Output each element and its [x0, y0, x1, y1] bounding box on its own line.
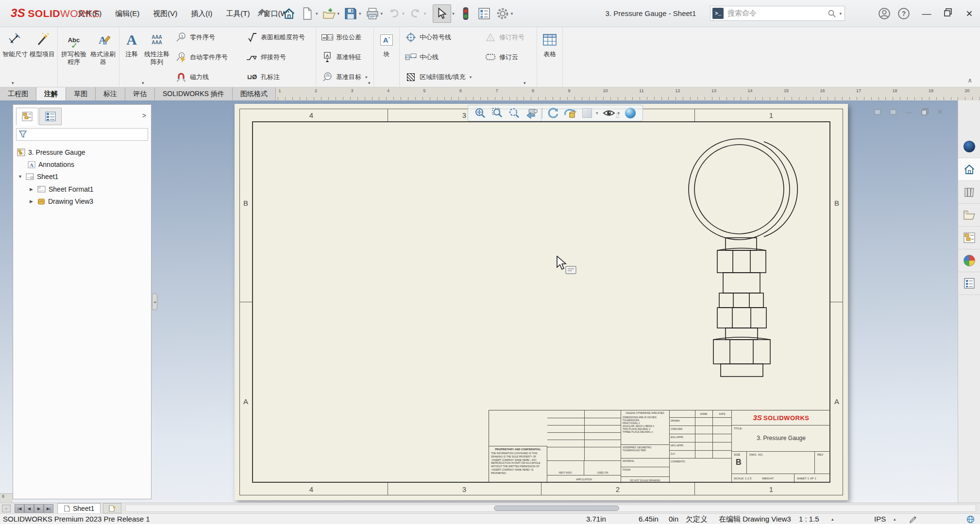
taskpane-appearances[interactable] — [958, 249, 980, 272]
options-gear-button[interactable] — [495, 6, 510, 21]
previous-sheet-button[interactable]: ◀ — [24, 504, 34, 513]
zoom-fit-icon[interactable] — [474, 107, 487, 119]
tab-dimension[interactable]: 标注 — [96, 87, 125, 100]
close-button[interactable]: × — [959, 7, 980, 20]
taskpane-design-library[interactable] — [958, 181, 980, 204]
surface-finish-button[interactable]: 表面粗糙度符号 — [242, 27, 314, 47]
model-items-button[interactable]: 模型项目 — [29, 27, 56, 87]
scale-dropdown[interactable]: ▴ — [831, 517, 834, 522]
balloon-button[interactable]: 1 零件序号 — [171, 27, 242, 47]
add-sheet-tab[interactable] — [103, 503, 121, 513]
taskpane-view-palette[interactable] — [958, 227, 980, 249]
format-painter-button[interactable]: A 格式涂刷器 — [88, 27, 118, 87]
menu-view[interactable]: 视图(V) — [148, 6, 182, 21]
panel-expand-arrow[interactable]: > — [142, 112, 146, 119]
zoom-to-selection-icon[interactable] — [508, 107, 521, 119]
table-flyout[interactable]: ▾ — [524, 81, 526, 85]
expander-expanded-icon[interactable]: ▼ — [18, 174, 23, 179]
save-dropdown[interactable]: ▾ — [359, 11, 361, 16]
tab-addins[interactable]: SOLIDWORKS 插件 — [155, 87, 233, 100]
tags-pen-icon[interactable] — [909, 515, 917, 524]
taskpane-3dexperience[interactable] — [958, 135, 980, 158]
auto-balloon-button[interactable]: 1 自动零件序号 — [171, 47, 242, 67]
weld-symbol-button[interactable]: 焊接符号 — [242, 47, 314, 67]
area-hatch-button[interactable]: 区域剖面线/填充 ▾ — [401, 67, 481, 87]
tree-item-drawing-view3[interactable]: ▶ Drawing View3 — [30, 196, 93, 207]
search-input[interactable]: 搜索命令 — [727, 9, 828, 18]
new-document-button[interactable] — [300, 6, 315, 21]
spell-checker-button[interactable]: Abc✓ 拼写检验程序 — [59, 27, 88, 87]
pin-menu-icon[interactable] — [256, 8, 266, 17]
menu-tools[interactable]: 工具(T) — [221, 6, 254, 21]
units-dropdown[interactable]: ▴ — [894, 517, 896, 522]
status-scale[interactable]: 1 : 1.5 — [799, 515, 819, 523]
datum-target-button[interactable]: A1 基准目标 ▾ — [318, 67, 372, 87]
rebuild-button[interactable] — [477, 6, 491, 21]
open-dropdown[interactable]: ▾ — [338, 11, 340, 16]
datum-target-dropdown[interactable]: ▾ — [365, 75, 368, 80]
tree-filter-input[interactable] — [16, 128, 148, 141]
rotate-view-icon[interactable] — [547, 107, 559, 119]
note-flyout[interactable]: ▾ — [142, 81, 144, 85]
hide-show-dropdown[interactable]: ▾ — [618, 111, 620, 115]
feature-tree-tab[interactable] — [16, 108, 38, 125]
menu-edit[interactable]: 编辑(E) — [110, 6, 144, 21]
new-document-dropdown[interactable]: ▾ — [316, 11, 318, 16]
web-globe-icon[interactable] — [966, 515, 975, 524]
hide-show-items-icon[interactable] — [603, 107, 615, 119]
3d-drawing-view-icon[interactable] — [564, 107, 576, 119]
restore-button[interactable] — [937, 8, 959, 19]
tree-item-annotations[interactable]: A Annotations — [28, 159, 74, 170]
smart-dimension-button[interactable]: 智能尺寸 — [1, 27, 29, 87]
graphics-viewport[interactable]: 4 3 2 1 4 3 2 1 B A B A — [0, 100, 980, 503]
zoom-to-area-icon[interactable] — [491, 107, 504, 119]
tab-sketch[interactable]: 草图 — [66, 87, 96, 100]
search-scope-dropdown[interactable]: ▾ — [839, 11, 842, 16]
print-dropdown[interactable]: ▾ — [381, 11, 383, 16]
datum-feature-button[interactable]: A 基准特征 — [318, 47, 372, 67]
next-sheet-button[interactable]: ▶ — [34, 504, 44, 513]
pane-splitter-button[interactable]: - — [2, 505, 11, 512]
display-style-dropdown[interactable]: ▾ — [596, 111, 598, 115]
horizontal-scrollbar-thumb[interactable] — [494, 506, 619, 511]
doc-restore-button[interactable] — [921, 108, 929, 115]
revision-cloud-button[interactable]: 修订云 — [481, 47, 535, 67]
print-button[interactable] — [365, 6, 380, 21]
taskpane-custom-properties[interactable] — [958, 272, 980, 295]
select-tool-button[interactable] — [433, 4, 451, 23]
tab-annotation[interactable]: 注解 — [36, 87, 66, 100]
area-hatch-dropdown[interactable]: ▾ — [470, 75, 472, 80]
select-dropdown[interactable]: ▾ — [452, 11, 455, 16]
menu-file[interactable]: 文件(F) — [73, 6, 106, 21]
tab-drawing[interactable]: 工程图 — [0, 87, 36, 100]
note-button[interactable]: A 注释 — [121, 27, 142, 87]
geometric-tolerance-button[interactable]: 0.3 形位公差 — [318, 27, 372, 47]
help-icon[interactable]: ? — [896, 6, 911, 21]
magnetic-line-button[interactable]: 磁力线 — [171, 67, 242, 87]
tree-item-sheet-format1[interactable]: ▶ Sheet Format1 — [30, 183, 94, 195]
centerline-button[interactable]: 中心线 — [401, 47, 481, 67]
property-manager-tab[interactable] — [39, 108, 62, 125]
menu-insert[interactable]: 插入(I) — [186, 6, 217, 21]
first-sheet-button[interactable]: |◀ — [15, 504, 24, 513]
center-mark-button[interactable]: 中心符号线 — [401, 27, 481, 47]
tree-item-document[interactable]: 3. Pressure Gauge — [17, 147, 85, 158]
open-button[interactable] — [322, 6, 337, 21]
last-sheet-button[interactable]: ▶| — [44, 504, 53, 513]
horizontal-scrollbar[interactable] — [125, 505, 976, 512]
sheet1-tab[interactable]: Sheet1 — [57, 503, 101, 513]
block-flyout[interactable]: ▾ — [368, 81, 371, 85]
user-account-icon[interactable] — [877, 6, 892, 21]
ribbon-collapse-chevron[interactable]: ∧ — [967, 77, 972, 84]
undo-button[interactable] — [387, 6, 401, 21]
expander-collapsed-icon[interactable]: ▶ — [30, 187, 34, 192]
options-dropdown[interactable]: ▾ — [511, 11, 513, 16]
command-search-box[interactable]: >_ 搜索命令 ▾ — [710, 6, 845, 21]
status-units[interactable]: IPS — [874, 515, 886, 523]
block-button[interactable]: A° 块 — [375, 27, 398, 87]
tab-evaluate[interactable]: 评估 — [125, 87, 155, 100]
previous-view-icon[interactable] — [525, 107, 538, 119]
redo-button[interactable] — [408, 6, 423, 21]
hole-callout-button[interactable]: ⊔Ø 孔标注 — [242, 67, 314, 87]
search-icon[interactable] — [828, 9, 836, 18]
